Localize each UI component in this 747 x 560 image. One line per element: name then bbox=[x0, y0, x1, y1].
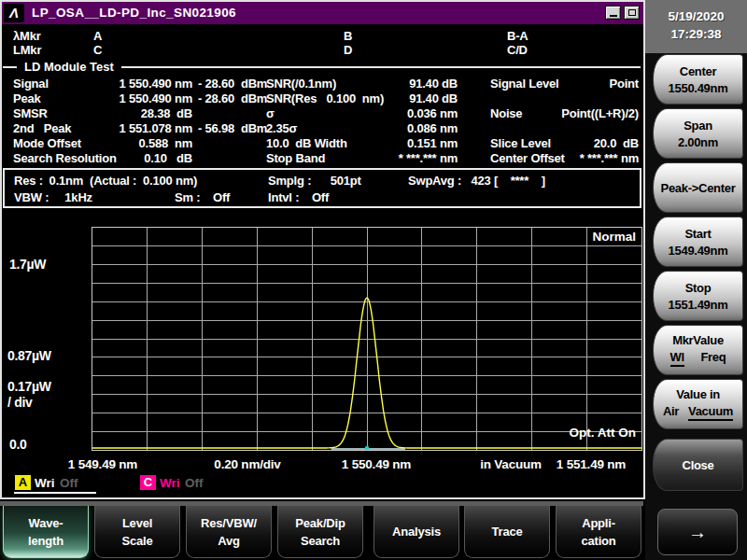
value-in-vacuum-option[interactable]: Vacuum bbox=[688, 404, 733, 421]
marker-b-label: B bbox=[344, 29, 352, 43]
tab-label: Appli- bbox=[557, 516, 641, 530]
tab-analysis[interactable]: Analysis bbox=[374, 506, 459, 558]
meas-label: σ bbox=[266, 106, 275, 120]
tab-wavelength[interactable]: Wave-length bbox=[3, 506, 89, 558]
fnkey-value: 1551.49nm bbox=[654, 298, 742, 312]
meas-label: Stop Band bbox=[266, 151, 325, 165]
fnkey-label: Start bbox=[654, 227, 742, 241]
fnkey-stop[interactable]: Stop 1551.49nm bbox=[653, 271, 743, 321]
marker-c-label: C bbox=[93, 43, 102, 57]
meas-value: Point((L+R)/2) bbox=[521, 106, 639, 120]
level-marker-label: LMkr bbox=[13, 43, 41, 57]
mkrvalue-freq-option[interactable]: Freq bbox=[700, 350, 726, 367]
fnkey-value: 1549.49nm bbox=[654, 244, 742, 258]
trace-mode-annotation: Normal bbox=[592, 230, 636, 244]
fnkey-span[interactable]: Span 2.00nm bbox=[653, 108, 743, 159]
trace-a-write-mode: Wri bbox=[35, 476, 55, 490]
minimize-icon bbox=[610, 15, 617, 17]
tab-more-arrow[interactable]: → bbox=[657, 509, 738, 555]
window-title: LP_OSA__LD-PD_Inc_SN021906 bbox=[32, 6, 236, 20]
marker-cd-label: C/D bbox=[507, 43, 528, 57]
meas-value: 1 551.078 nm bbox=[56, 121, 192, 135]
resolution-setting: Res : 0.1nm (Actual : 0.100 nm) bbox=[14, 174, 197, 188]
date-time-display: 5/19/2020 17:29:38 bbox=[645, 0, 747, 53]
minimize-button[interactable] bbox=[605, 6, 621, 20]
meas-value: 1 550.490 nm bbox=[56, 77, 192, 91]
meas-value: 91.40 dB bbox=[366, 77, 458, 91]
window-controls bbox=[605, 6, 640, 20]
meas-value: * ***.*** nm bbox=[521, 151, 639, 165]
fnkey-label: Value in bbox=[654, 387, 742, 401]
fnkey-start[interactable]: Start 1549.49nm bbox=[653, 217, 743, 267]
fnkey-label: Close bbox=[654, 458, 742, 472]
meas-label: SNR(/0.1nm) bbox=[266, 77, 336, 91]
analysis-section-title: LD Module Test bbox=[17, 60, 121, 74]
tab-label: Peak/Dip bbox=[278, 516, 362, 530]
meas-value: 0.10 dB bbox=[56, 151, 192, 165]
meas-label: SMSR bbox=[13, 106, 48, 120]
meas-value: Point bbox=[521, 77, 639, 91]
meas-value: 91.40 dB bbox=[366, 91, 458, 105]
meas-value: - 28.60 dBm bbox=[198, 77, 267, 91]
marker-d-label: D bbox=[344, 43, 352, 57]
tab-label: Search bbox=[278, 534, 362, 548]
meas-value: 0.086 nm bbox=[366, 121, 458, 135]
tab-label: length bbox=[4, 534, 88, 548]
meas-value: 28.38 dB bbox=[56, 106, 192, 120]
fnkey-close[interactable]: Close bbox=[653, 439, 743, 491]
trace-c-write-mode: Wri bbox=[160, 476, 180, 490]
osa-application-window: Λ LP_OSA__LD-PD_Inc_SN021906 λMkr A B B-… bbox=[0, 0, 747, 560]
sampling-setting: Smplg : 501pt bbox=[268, 174, 361, 188]
marker-ba-label: B-A bbox=[507, 29, 529, 43]
y-axis-label: / div bbox=[7, 395, 33, 410]
fnkey-value-in[interactable]: Value in Air Vacuum bbox=[653, 379, 743, 429]
meas-label: Signal bbox=[13, 77, 49, 91]
sweep-average-setting: SwpAvg : 423 [ **** ] bbox=[408, 174, 545, 188]
tab-label: Scale bbox=[95, 534, 179, 548]
tab-label: Avg bbox=[187, 534, 271, 548]
vbw-setting: VBW : 1kHz bbox=[14, 190, 92, 204]
tab-label: Analysis bbox=[374, 525, 458, 539]
fnkey-label: Peak->Center bbox=[654, 181, 742, 195]
meas-label: 10.0 dB Width bbox=[266, 136, 347, 150]
tab-level-scale[interactable]: LevelScale bbox=[94, 506, 180, 558]
x-axis-center-label: 1 550.49 nm bbox=[320, 457, 432, 471]
x-axis-stop-label: 1 551.49 nm bbox=[535, 457, 647, 471]
maximize-icon bbox=[628, 9, 636, 16]
fnkey-marker-value[interactable]: MkrValue Wl Freq bbox=[653, 325, 743, 375]
tab-peak-dip-search[interactable]: Peak/DipSearch bbox=[277, 506, 363, 558]
smooth-setting: Sm : Off bbox=[175, 190, 230, 204]
meas-value: * ***.*** nm bbox=[366, 151, 458, 165]
meas-label: 2.35σ bbox=[266, 121, 297, 135]
x-axis-scale-label: 0.20 nm/div bbox=[191, 457, 303, 471]
tab-label: Wave- bbox=[4, 516, 88, 530]
fnkey-label: Center bbox=[654, 64, 742, 78]
time-text: 17:29:38 bbox=[645, 25, 747, 43]
right-arrow-icon: → bbox=[658, 522, 737, 543]
tab-res-vbw-avg[interactable]: Res/VBW/Avg bbox=[186, 506, 272, 558]
fnkey-label: Stop bbox=[654, 281, 742, 295]
title-bar: Λ LP_OSA__LD-PD_Inc_SN021906 bbox=[2, 2, 643, 24]
y-axis-label: 1.7µW bbox=[9, 257, 46, 272]
mkrvalue-wl-option[interactable]: Wl bbox=[670, 350, 684, 367]
anritsu-logo-icon: Λ bbox=[4, 4, 24, 22]
optical-attenuator-annotation: Opt. Att On bbox=[570, 426, 636, 440]
maximize-button[interactable] bbox=[624, 6, 640, 20]
tab-trace[interactable]: Trace bbox=[464, 506, 550, 558]
x-axis-start-label: 1 549.49 nm bbox=[47, 457, 159, 471]
sweep-settings-box: Res : 0.1nm (Actual : 0.100 nm) Smplg : … bbox=[3, 168, 641, 208]
tab-label: Level bbox=[95, 516, 179, 530]
tab-application[interactable]: Appli-cation bbox=[556, 506, 641, 558]
trace-c-status: Off bbox=[185, 476, 204, 490]
value-in-air-option[interactable]: Air bbox=[663, 404, 679, 421]
fnkey-center[interactable]: Center 1550.49nm bbox=[653, 54, 743, 105]
y-axis-label: 0.0 bbox=[9, 437, 27, 452]
y-axis-label: 0.17µW bbox=[7, 379, 51, 394]
fnkey-value: 1550.49nm bbox=[654, 81, 742, 95]
trace-a-badge: A bbox=[15, 475, 31, 490]
meas-value: 20.0 dB bbox=[521, 136, 639, 150]
fnkey-peak-to-center[interactable]: Peak->Center bbox=[653, 162, 743, 213]
marker-a-label: A bbox=[93, 29, 102, 43]
meas-value: 0.588 nm bbox=[56, 136, 192, 150]
lambda-marker-label: λMkr bbox=[13, 29, 41, 43]
